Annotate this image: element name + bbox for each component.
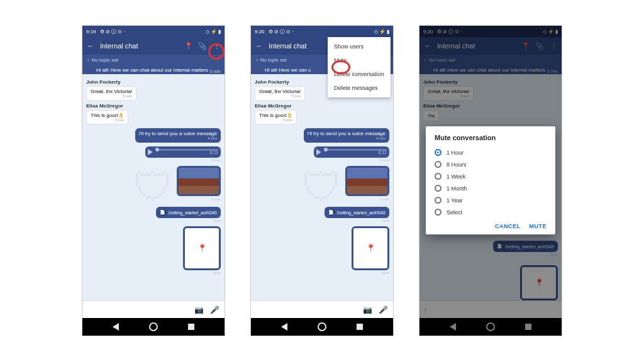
kebab-icon[interactable]: ⋮ (212, 42, 221, 50)
app-bar: ← Internal chat 📍 📎 ⋮ (82, 37, 225, 55)
chat-area: 🛡 John Fockerty Great, thx Victoria!5 mi… (251, 74, 393, 300)
location-icon[interactable]: 📍 (184, 42, 193, 50)
android-nav-bar (82, 318, 225, 336)
outgoing-message[interactable]: I'll try to send you a voice message4 mi… (304, 128, 389, 143)
radio-1-hour[interactable]: 1 Hour (435, 146, 547, 158)
status-bar: 9:20 ⚙ ⊘ ⓘ ⊙ · ◇ ⚡ ▮ (251, 26, 393, 37)
play-icon[interactable] (316, 149, 321, 155)
nav-recents-icon[interactable] (188, 324, 194, 330)
chevron-right-icon: › (256, 57, 258, 63)
radio-1-month[interactable]: 1 Month (435, 182, 547, 194)
phone-screenshot-1: 9:19 ⚙ ⊘ ⓘ ⊙ · ◇ ⚡ ▮ ← Internal chat 📍 📎… (82, 25, 225, 336)
outgoing-message[interactable]: I'll try to send you a voice message4 mi… (135, 128, 221, 143)
incoming-message[interactable]: This is good👌5 min (86, 110, 128, 124)
mic-icon[interactable]: 🎤 (210, 305, 219, 314)
nav-recents-icon[interactable] (357, 324, 363, 330)
sender-name: John Fockerty (86, 79, 221, 85)
image-message[interactable] (345, 166, 389, 196)
location-message[interactable]: 📍 (352, 226, 389, 270)
dialog-title: Mute conversation (435, 134, 547, 141)
camera-icon[interactable]: 📷 (194, 305, 204, 314)
camera-icon[interactable]: 📷 (363, 305, 372, 314)
map-pin-icon: 📍 (197, 244, 207, 253)
back-icon[interactable]: ← (86, 42, 95, 50)
overflow-menu: Show users Mute Delete conversation Dele… (328, 37, 391, 97)
radio-select[interactable]: Select (435, 206, 547, 218)
chat-title: Internal chat (100, 42, 179, 50)
nav-home-icon[interactable] (149, 322, 158, 331)
file-message[interactable]: 📄 Getting_started_acth5A5 (156, 207, 221, 218)
nav-back-icon[interactable] (281, 323, 287, 331)
file-icon: 📄 (328, 209, 335, 216)
menu-show-users[interactable]: Show users (328, 40, 391, 53)
sender-name: Elisa McGregor (255, 103, 389, 109)
message-input-bar[interactable]: 📷 🎤 (82, 300, 225, 318)
message-input-bar[interactable]: 📷 🎤 (251, 300, 393, 318)
map-pin-icon: 📍 (366, 244, 375, 253)
voice-message[interactable]: 0:11 (314, 146, 389, 158)
file-icon: 📄 (160, 209, 166, 216)
chat-area: 🛡 John Fockerty Great, thx Victoria!5 mi… (82, 74, 225, 300)
pinned-message: Hi all! Here we can chat about our inter… (82, 65, 225, 74)
menu-mute[interactable]: Mute (328, 53, 391, 67)
file-message[interactable]: 📄Getting_started_acth5A5 (325, 207, 389, 218)
mute-button[interactable]: MUTE (530, 223, 547, 229)
mic-icon[interactable]: 🎤 (379, 305, 388, 314)
status-bar: 9:19 ⚙ ⊘ ⓘ ⊙ · ◇ ⚡ ▮ (82, 26, 225, 37)
play-icon[interactable] (148, 149, 153, 155)
location-message[interactable]: 📍 (183, 226, 221, 270)
nav-back-icon[interactable] (113, 323, 119, 331)
incoming-message[interactable]: Great, thx Victoria!5 min (86, 86, 136, 101)
nav-home-icon[interactable] (318, 322, 326, 331)
incoming-message[interactable]: This is good👌5 min (255, 110, 297, 124)
voice-message[interactable]: 0:11 (145, 146, 221, 158)
image-message[interactable] (177, 166, 221, 196)
back-icon[interactable]: ← (255, 42, 264, 50)
cancel-button[interactable]: CANCEL (495, 223, 521, 229)
menu-delete-messages[interactable]: Delete messages (328, 81, 391, 95)
android-nav-bar (251, 318, 393, 336)
sender-name: Elisa McGregor (86, 103, 221, 109)
radio-1-week[interactable]: 1 Week (435, 170, 547, 182)
radio-1-year[interactable]: 1 Year (435, 194, 547, 206)
menu-delete-conversation[interactable]: Delete conversation (328, 67, 391, 81)
incoming-message[interactable]: Great, thx Victoria!5 min (255, 86, 305, 101)
phone-screenshot-3: 9:20 ⚙ ⊘ ⓘ ⊙ · ◇ ⚡ ▮ ← Internal chat 📍 📎… (419, 25, 562, 336)
radio-8-hours[interactable]: 8 Hours (435, 158, 547, 170)
topic-bar[interactable]: › No topic set (82, 55, 225, 65)
chevron-right-icon: › (87, 57, 89, 63)
attach-icon[interactable]: 📎 (198, 42, 207, 50)
phone-screenshot-2: 9:20 ⚙ ⊘ ⓘ ⊙ · ◇ ⚡ ▮ ← Internal chat 📍 📎… (250, 25, 394, 336)
mute-dialog: Mute conversation 1 Hour 8 Hours 1 Week … (426, 126, 555, 234)
